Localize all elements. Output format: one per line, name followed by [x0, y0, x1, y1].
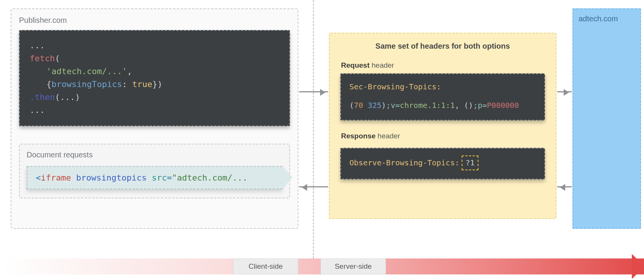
req-topic-2: 325 — [368, 101, 381, 110]
client-side-label: Client-side — [233, 258, 298, 274]
adtech-label: adtech.com — [579, 14, 635, 23]
req-header-name: Sec-Browsing-Topics: — [349, 82, 441, 91]
headers-title: Same set of headers for both options — [340, 42, 545, 51]
resp-header-value: ?1 — [462, 155, 478, 170]
req-p-key: ;p= — [473, 101, 487, 110]
arrow-adtech-to-headers — [557, 186, 572, 187]
req-paren2: () — [464, 101, 473, 110]
request-header-code: Sec-Browsing-Topics: (70 325);v=chrome.1… — [340, 73, 545, 120]
arrow-publisher-to-headers — [299, 91, 328, 92]
code-paren-close: ) — [157, 79, 162, 89]
publisher-label: Publisher.com — [19, 16, 290, 25]
headers-panel: Same set of headers for both options Req… — [329, 33, 556, 219]
arrow-headers-to-adtech — [557, 91, 572, 92]
code-brace-open: { — [46, 79, 51, 89]
code-ellipsis: ... — [30, 41, 45, 50]
code-brace-close: } — [152, 79, 157, 89]
iframe-src-value: "adtech.com/... — [172, 173, 248, 182]
code-then-args: (...) — [55, 92, 80, 102]
code-option-key: browsingTopics — [51, 79, 122, 89]
req-paren: ( — [349, 101, 354, 110]
req-v-value: chrome.1:1:1 — [400, 101, 455, 110]
iframe-eq: = — [167, 173, 172, 182]
server-side-label: Server-side — [320, 258, 386, 274]
code-fetch-keyword: fetch — [30, 54, 55, 63]
response-header-label: Response header — [341, 132, 545, 140]
document-requests-label: Document requests — [27, 151, 282, 159]
iframe-tag: iframe — [41, 173, 71, 182]
req-paren-close: ) — [381, 101, 386, 110]
iframe-attr-browsingtopics: browsingtopics — [76, 173, 147, 182]
publisher-panel: Publisher.com ... fetch( 'adtech.com/...… — [11, 8, 298, 229]
arrow-headers-to-publisher — [299, 186, 328, 187]
req-topic-1: 70 — [354, 101, 363, 110]
adtech-panel: adtech.com — [572, 8, 641, 229]
code-ellipsis: ... — [30, 105, 45, 115]
code-url-string: 'adtech.com/...' — [46, 67, 127, 76]
req-comma: , — [455, 101, 464, 110]
iframe-open-bracket: < — [36, 173, 41, 182]
code-then: .then — [30, 92, 55, 102]
iframe-attr-src: src — [152, 173, 167, 182]
response-header-code: Observe-Browsing-Topics: ?1 — [340, 148, 545, 179]
document-requests-panel: Document requests <iframe browsingtopics… — [19, 144, 290, 198]
fetch-code-block: ... fetch( 'adtech.com/...', {browsingTo… — [19, 30, 290, 126]
code-option-value: true — [132, 79, 152, 89]
req-v-key: ;v= — [386, 101, 400, 110]
iframe-snippet: <iframe browsingtopics src="adtech.com/.… — [27, 166, 282, 189]
resp-header-name: Observe-Browsing-Topics: — [349, 157, 459, 169]
req-p-value: P000000 — [487, 101, 519, 110]
code-comma: , — [127, 67, 132, 76]
code-paren-open: ( — [55, 54, 60, 63]
client-server-divider — [313, 0, 314, 258]
request-header-label: Request header — [341, 61, 545, 70]
code-colon: : — [122, 79, 127, 89]
